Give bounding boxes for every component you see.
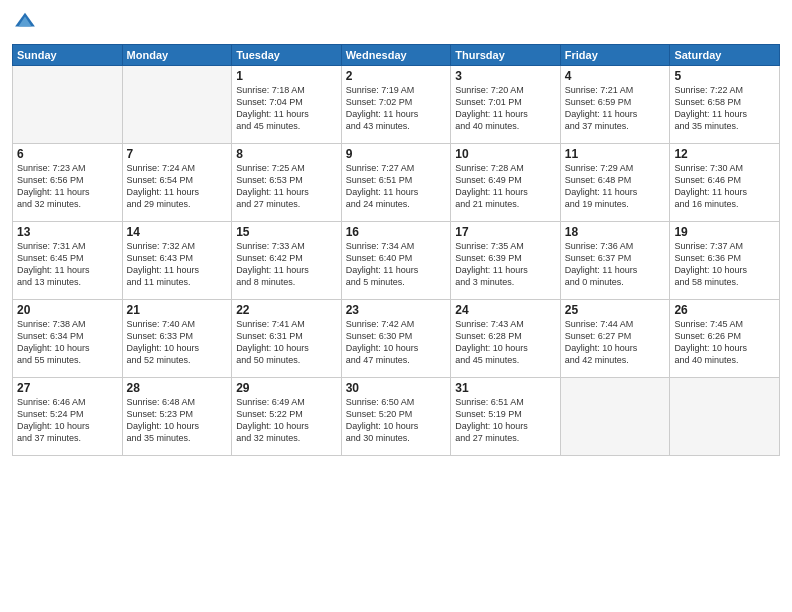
day-number: 6 (17, 147, 118, 161)
calendar-cell: 17Sunrise: 7:35 AM Sunset: 6:39 PM Dayli… (451, 222, 561, 300)
calendar-cell: 2Sunrise: 7:19 AM Sunset: 7:02 PM Daylig… (341, 66, 451, 144)
day-info: Sunrise: 7:43 AM Sunset: 6:28 PM Dayligh… (455, 318, 556, 367)
calendar-cell: 19Sunrise: 7:37 AM Sunset: 6:36 PM Dayli… (670, 222, 780, 300)
calendar-week-2: 13Sunrise: 7:31 AM Sunset: 6:45 PM Dayli… (13, 222, 780, 300)
day-info: Sunrise: 6:51 AM Sunset: 5:19 PM Dayligh… (455, 396, 556, 445)
day-info: Sunrise: 7:29 AM Sunset: 6:48 PM Dayligh… (565, 162, 666, 211)
calendar-cell: 9Sunrise: 7:27 AM Sunset: 6:51 PM Daylig… (341, 144, 451, 222)
day-number: 19 (674, 225, 775, 239)
day-info: Sunrise: 7:22 AM Sunset: 6:58 PM Dayligh… (674, 84, 775, 133)
calendar-table: SundayMondayTuesdayWednesdayThursdayFrid… (12, 44, 780, 456)
calendar-cell: 8Sunrise: 7:25 AM Sunset: 6:53 PM Daylig… (232, 144, 342, 222)
day-info: Sunrise: 7:24 AM Sunset: 6:54 PM Dayligh… (127, 162, 228, 211)
calendar-cell: 21Sunrise: 7:40 AM Sunset: 6:33 PM Dayli… (122, 300, 232, 378)
day-number: 20 (17, 303, 118, 317)
day-info: Sunrise: 7:41 AM Sunset: 6:31 PM Dayligh… (236, 318, 337, 367)
calendar-cell: 31Sunrise: 6:51 AM Sunset: 5:19 PM Dayli… (451, 378, 561, 456)
day-info: Sunrise: 7:38 AM Sunset: 6:34 PM Dayligh… (17, 318, 118, 367)
day-info: Sunrise: 7:20 AM Sunset: 7:01 PM Dayligh… (455, 84, 556, 133)
day-info: Sunrise: 7:36 AM Sunset: 6:37 PM Dayligh… (565, 240, 666, 289)
calendar-cell: 5Sunrise: 7:22 AM Sunset: 6:58 PM Daylig… (670, 66, 780, 144)
calendar-cell: 4Sunrise: 7:21 AM Sunset: 6:59 PM Daylig… (560, 66, 670, 144)
weekday-header-friday: Friday (560, 45, 670, 66)
calendar-cell: 12Sunrise: 7:30 AM Sunset: 6:46 PM Dayli… (670, 144, 780, 222)
day-number: 16 (346, 225, 447, 239)
calendar-cell: 24Sunrise: 7:43 AM Sunset: 6:28 PM Dayli… (451, 300, 561, 378)
calendar-cell: 11Sunrise: 7:29 AM Sunset: 6:48 PM Dayli… (560, 144, 670, 222)
calendar-cell: 14Sunrise: 7:32 AM Sunset: 6:43 PM Dayli… (122, 222, 232, 300)
calendar-cell: 23Sunrise: 7:42 AM Sunset: 6:30 PM Dayli… (341, 300, 451, 378)
day-number: 18 (565, 225, 666, 239)
calendar-week-1: 6Sunrise: 7:23 AM Sunset: 6:56 PM Daylig… (13, 144, 780, 222)
calendar-cell (122, 66, 232, 144)
day-number: 5 (674, 69, 775, 83)
calendar-cell: 28Sunrise: 6:48 AM Sunset: 5:23 PM Dayli… (122, 378, 232, 456)
day-number: 10 (455, 147, 556, 161)
day-number: 3 (455, 69, 556, 83)
calendar-cell (13, 66, 123, 144)
day-info: Sunrise: 7:30 AM Sunset: 6:46 PM Dayligh… (674, 162, 775, 211)
day-info: Sunrise: 7:34 AM Sunset: 6:40 PM Dayligh… (346, 240, 447, 289)
day-info: Sunrise: 7:31 AM Sunset: 6:45 PM Dayligh… (17, 240, 118, 289)
calendar-cell: 1Sunrise: 7:18 AM Sunset: 7:04 PM Daylig… (232, 66, 342, 144)
day-number: 30 (346, 381, 447, 395)
day-info: Sunrise: 7:42 AM Sunset: 6:30 PM Dayligh… (346, 318, 447, 367)
day-info: Sunrise: 7:37 AM Sunset: 6:36 PM Dayligh… (674, 240, 775, 289)
day-info: Sunrise: 7:28 AM Sunset: 6:49 PM Dayligh… (455, 162, 556, 211)
day-number: 1 (236, 69, 337, 83)
day-info: Sunrise: 7:25 AM Sunset: 6:53 PM Dayligh… (236, 162, 337, 211)
weekday-header-monday: Monday (122, 45, 232, 66)
calendar-cell: 20Sunrise: 7:38 AM Sunset: 6:34 PM Dayli… (13, 300, 123, 378)
calendar-cell: 26Sunrise: 7:45 AM Sunset: 6:26 PM Dayli… (670, 300, 780, 378)
day-info: Sunrise: 6:48 AM Sunset: 5:23 PM Dayligh… (127, 396, 228, 445)
day-info: Sunrise: 7:32 AM Sunset: 6:43 PM Dayligh… (127, 240, 228, 289)
day-number: 11 (565, 147, 666, 161)
day-number: 23 (346, 303, 447, 317)
day-info: Sunrise: 7:27 AM Sunset: 6:51 PM Dayligh… (346, 162, 447, 211)
logo-icon (14, 10, 36, 32)
day-number: 24 (455, 303, 556, 317)
weekday-header-saturday: Saturday (670, 45, 780, 66)
day-info: Sunrise: 7:23 AM Sunset: 6:56 PM Dayligh… (17, 162, 118, 211)
weekday-header-sunday: Sunday (13, 45, 123, 66)
day-info: Sunrise: 6:50 AM Sunset: 5:20 PM Dayligh… (346, 396, 447, 445)
calendar-cell: 30Sunrise: 6:50 AM Sunset: 5:20 PM Dayli… (341, 378, 451, 456)
day-number: 17 (455, 225, 556, 239)
calendar-week-3: 20Sunrise: 7:38 AM Sunset: 6:34 PM Dayli… (13, 300, 780, 378)
day-number: 29 (236, 381, 337, 395)
day-number: 2 (346, 69, 447, 83)
day-number: 22 (236, 303, 337, 317)
calendar-header-row: SundayMondayTuesdayWednesdayThursdayFrid… (13, 45, 780, 66)
day-info: Sunrise: 7:18 AM Sunset: 7:04 PM Dayligh… (236, 84, 337, 133)
calendar-cell (670, 378, 780, 456)
weekday-header-wednesday: Wednesday (341, 45, 451, 66)
calendar-cell: 6Sunrise: 7:23 AM Sunset: 6:56 PM Daylig… (13, 144, 123, 222)
day-number: 25 (565, 303, 666, 317)
day-number: 12 (674, 147, 775, 161)
day-info: Sunrise: 7:40 AM Sunset: 6:33 PM Dayligh… (127, 318, 228, 367)
day-info: Sunrise: 6:49 AM Sunset: 5:22 PM Dayligh… (236, 396, 337, 445)
page: SundayMondayTuesdayWednesdayThursdayFrid… (0, 0, 792, 612)
day-number: 31 (455, 381, 556, 395)
day-number: 9 (346, 147, 447, 161)
calendar-cell (560, 378, 670, 456)
day-number: 27 (17, 381, 118, 395)
calendar-cell: 29Sunrise: 6:49 AM Sunset: 5:22 PM Dayli… (232, 378, 342, 456)
calendar-cell: 15Sunrise: 7:33 AM Sunset: 6:42 PM Dayli… (232, 222, 342, 300)
day-number: 7 (127, 147, 228, 161)
day-number: 15 (236, 225, 337, 239)
day-number: 28 (127, 381, 228, 395)
day-info: Sunrise: 7:33 AM Sunset: 6:42 PM Dayligh… (236, 240, 337, 289)
calendar-cell: 27Sunrise: 6:46 AM Sunset: 5:24 PM Dayli… (13, 378, 123, 456)
day-info: Sunrise: 7:21 AM Sunset: 6:59 PM Dayligh… (565, 84, 666, 133)
day-number: 13 (17, 225, 118, 239)
day-number: 4 (565, 69, 666, 83)
day-number: 14 (127, 225, 228, 239)
day-info: Sunrise: 6:46 AM Sunset: 5:24 PM Dayligh… (17, 396, 118, 445)
calendar-cell: 10Sunrise: 7:28 AM Sunset: 6:49 PM Dayli… (451, 144, 561, 222)
calendar-week-4: 27Sunrise: 6:46 AM Sunset: 5:24 PM Dayli… (13, 378, 780, 456)
day-number: 8 (236, 147, 337, 161)
calendar-cell: 3Sunrise: 7:20 AM Sunset: 7:01 PM Daylig… (451, 66, 561, 144)
header (12, 10, 780, 36)
calendar-cell: 22Sunrise: 7:41 AM Sunset: 6:31 PM Dayli… (232, 300, 342, 378)
